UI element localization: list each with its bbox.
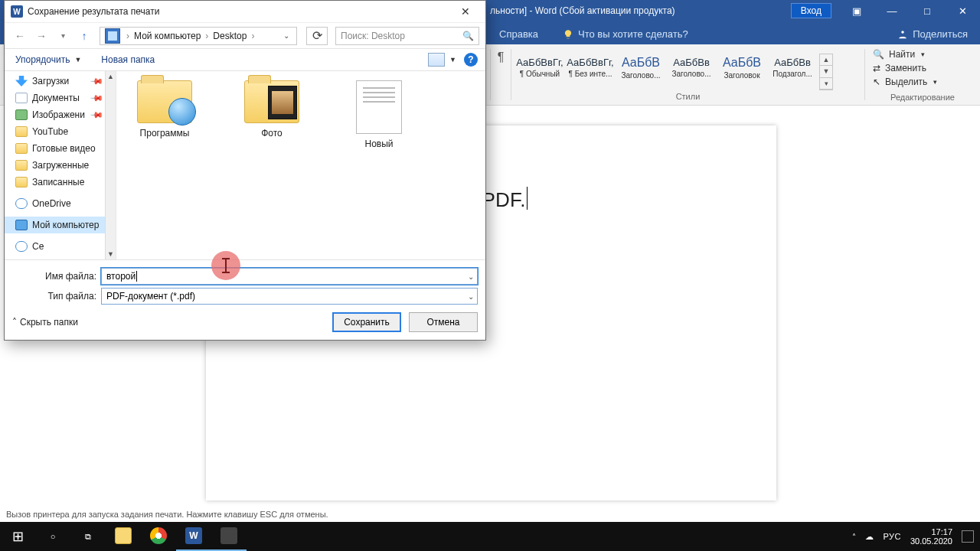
breadcrumb-seg-1[interactable]: Desktop [210, 31, 250, 41]
breadcrumb-dropdown[interactable]: ⌄ [279, 31, 293, 40]
select-button[interactable]: ↖Выделить▾ [873, 75, 972, 89]
search-placeholder: Поиск: Desktop [341, 31, 405, 41]
tree-item[interactable]: Се [5, 238, 116, 255]
ibeam-icon [225, 258, 227, 273]
share-icon [897, 29, 908, 40]
dialog-bottom: Имя файла: второй ⌄ Тип файла: PDF-докум… [5, 259, 485, 340]
tree-item[interactable]: Готовые видео [5, 140, 116, 157]
dialog-title-text: Сохранение результата печати [28, 6, 159, 17]
dialog-close-button[interactable]: ✕ [450, 2, 481, 21]
action-center-icon[interactable] [962, 530, 974, 543]
tree-item[interactable]: Записанные [5, 174, 116, 191]
style-item[interactable]: АаБбВвЗаголово... [668, 49, 715, 86]
nav-back-button[interactable]: ← [11, 27, 29, 45]
view-dropdown-icon[interactable]: ▼ [449, 56, 456, 64]
tree-item[interactable]: Мой компьютер [5, 217, 116, 233]
language-indicator[interactable]: РУС [883, 532, 901, 541]
organize-button[interactable]: Упорядочить▼ [12, 53, 84, 67]
hide-folders-toggle[interactable]: ˄Скрыть папки [12, 317, 78, 328]
save-button[interactable]: Сохранить [332, 312, 401, 332]
styles-scroll[interactable]: ▲▼▾ [819, 54, 833, 90]
find-button[interactable]: 🔍Найти▾ [873, 47, 972, 61]
task-view-button[interactable]: ⧉ [70, 522, 106, 551]
style-item[interactable]: АаБбВвГг,¶ Без инте... [567, 49, 614, 86]
lightbulb-icon [563, 29, 573, 40]
filename-input[interactable]: второй ⌄ [101, 268, 478, 285]
search-icon: 🔍 [462, 31, 474, 41]
tree-item[interactable]: Изображени📌 [5, 106, 116, 123]
start-button[interactable]: ⊞ [0, 522, 35, 551]
help-button[interactable]: ? [464, 53, 478, 67]
replace-icon: ⇄ [873, 63, 880, 73]
nav-forward-button[interactable]: → [32, 27, 51, 45]
tree-item[interactable]: Загрузки📌 [5, 73, 116, 90]
tell-me-box[interactable]: Что вы хотите сделать? [555, 24, 696, 44]
style-item[interactable]: АаБбВЗаголово... [617, 49, 665, 86]
pc-icon [105, 28, 120, 44]
filetype-label: Тип файла: [12, 291, 96, 302]
new-folder-button[interactable]: Новая папка [98, 53, 158, 67]
file-item[interactable]: Фото [230, 80, 314, 139]
tree-item[interactable]: OneDrive [5, 195, 116, 212]
maximize-button[interactable]: □ [910, 0, 945, 21]
word-login-button[interactable]: Вход [791, 3, 831, 18]
style-item[interactable]: АаБбВвПодзагол... [769, 49, 816, 86]
search-taskbar-button[interactable]: ○ [35, 522, 70, 551]
scroll-down-icon[interactable]: ▼ [106, 249, 116, 259]
onedrive-tray-icon[interactable]: ☁ [865, 532, 874, 542]
document-icon [356, 80, 402, 134]
taskbar-chrome[interactable] [141, 522, 176, 551]
folder-tree[interactable]: Загрузки📌Документы📌Изображени📌YouTubeГот… [5, 71, 116, 259]
close-button[interactable]: ✕ [945, 0, 980, 21]
search-box[interactable]: Поиск: Desktop 🔍 [335, 27, 479, 45]
cursor-indicator [211, 251, 240, 280]
taskbar-word[interactable]: W [176, 522, 211, 551]
style-item[interactable]: АаБбВвГг,¶ Обычный [516, 49, 564, 86]
file-item[interactable]: Новый [337, 80, 421, 149]
dialog-titlebar: W Сохранение результата печати ✕ [5, 1, 485, 22]
share-button[interactable]: Поделиться [885, 24, 980, 44]
cursor-icon: ↖ [873, 77, 880, 87]
styles-group: АаБбВвГг,¶ ОбычныйАаБбВвГг,¶ Без инте...… [511, 44, 864, 105]
clock[interactable]: 17:17 30.05.2020 [910, 527, 952, 546]
ribbon-tab-help[interactable]: Справка [490, 24, 547, 44]
file-item[interactable]: Программы [122, 80, 207, 139]
tree-scrollbar[interactable]: ▲ ▼ [105, 71, 116, 259]
tree-item[interactable]: YouTube [5, 123, 116, 140]
cancel-button[interactable]: Отмена [409, 312, 478, 332]
view-options-button[interactable] [428, 53, 445, 67]
nav-up-button[interactable]: ↑ [75, 27, 93, 45]
paragraph-marks-icon[interactable]: ¶ [491, 44, 511, 105]
folder-icon [15, 143, 28, 154]
taskbar-window[interactable] [211, 522, 247, 551]
style-item[interactable]: АаБбВЗаголовок [718, 49, 766, 86]
tray-overflow-icon[interactable]: ˄ [852, 533, 856, 541]
breadcrumb-seg-0[interactable]: Мой компьютер [131, 31, 204, 41]
styles-group-label: Стили [511, 90, 864, 104]
folder-icon [15, 198, 28, 209]
dialog-toolbar: Упорядочить▼ Новая папка ▼ ? [5, 48, 485, 71]
tree-item[interactable]: Загруженные [5, 157, 116, 174]
text-caret [527, 187, 528, 210]
breadcrumb[interactable]: › Мой компьютер › Desktop › ⌄ [100, 27, 297, 45]
nav-recent-dropdown[interactable]: ▾ [54, 27, 72, 45]
file-list[interactable]: ПрограммыФотоНовый [116, 71, 485, 259]
chevron-down-icon[interactable]: ⌄ [468, 272, 474, 281]
tree-item[interactable]: Документы📌 [5, 90, 116, 106]
folder-icon [137, 80, 192, 123]
ribbon-display-options-icon[interactable]: ▣ [839, 0, 874, 21]
minimize-button[interactable]: — [874, 0, 910, 21]
folder-icon [15, 160, 28, 171]
refresh-button[interactable]: ⟳ [306, 27, 328, 45]
chevron-down-icon[interactable]: ⌄ [468, 292, 474, 301]
folder-icon [15, 126, 28, 137]
pin-icon: 📌 [89, 90, 103, 105]
replace-button[interactable]: ⇄Заменить [873, 61, 972, 75]
filetype-select[interactable]: PDF-документ (*.pdf) ⌄ [101, 288, 478, 305]
scroll-up-icon[interactable]: ▲ [106, 71, 116, 82]
print-status-bar: Вызов принтера для запуска задания печат… [0, 508, 980, 522]
word-app-icon: W [11, 5, 23, 18]
folder-icon [15, 109, 28, 120]
filename-label: Имя файла: [12, 271, 96, 282]
taskbar-explorer[interactable] [106, 522, 141, 551]
